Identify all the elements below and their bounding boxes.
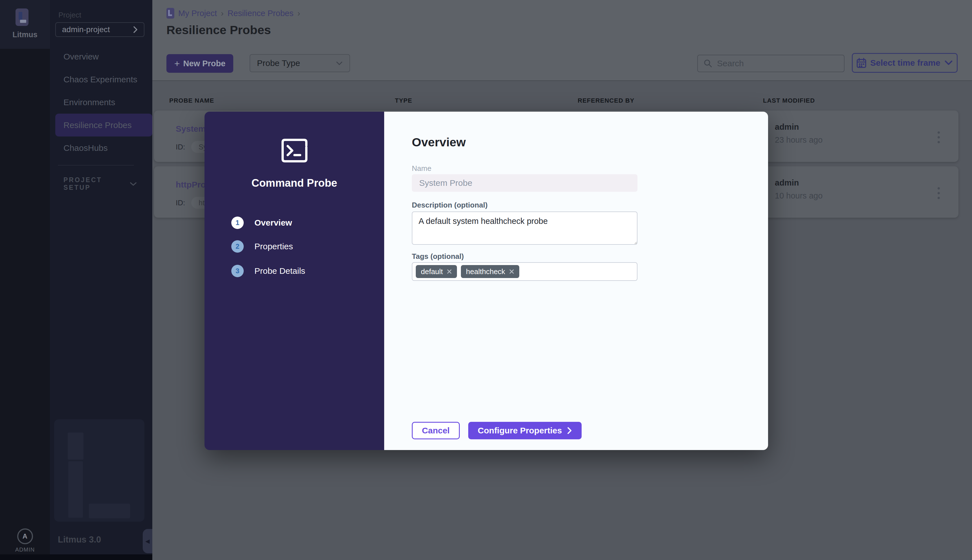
- sidebar-item-chaoshubs[interactable]: ChaosHubs: [50, 137, 152, 159]
- sidebar-item-label: Resilience Probes: [63, 120, 132, 130]
- row-menu-button[interactable]: [932, 127, 945, 147]
- sidebar-item-environments[interactable]: Environments: [50, 91, 152, 113]
- description-textarea[interactable]: A default system healthcheck probe: [412, 212, 637, 245]
- breadcrumb: My Project › Resilience Probes ›: [167, 8, 300, 18]
- column-type: TYPE: [395, 97, 412, 104]
- placeholder-block: [68, 433, 83, 460]
- sidebar-item-label: Environments: [63, 98, 115, 107]
- sidebar-item-label: ChaosHubs: [63, 143, 108, 153]
- wizard-step-properties[interactable]: 2 Properties: [231, 240, 293, 253]
- project-selector[interactable]: admin-project: [55, 22, 144, 37]
- collapse-sidebar-button[interactable]: ◀: [143, 529, 152, 553]
- sidebar: Project admin-project Overview Chaos Exp…: [50, 0, 152, 560]
- wizard-step-overview[interactable]: 1 Overview: [231, 217, 292, 229]
- chevron-down-icon: [944, 60, 953, 65]
- description-label: Description (optional): [412, 201, 488, 210]
- tag-chip: healthcheck: [461, 265, 519, 278]
- wizard-side-panel: Command Probe 1 Overview 2 Properties 3 …: [205, 112, 384, 450]
- sidebar-item-label: Chaos Experiments: [63, 75, 137, 84]
- probe-name-input[interactable]: [412, 174, 637, 192]
- time-frame-label: Select time frame: [870, 58, 940, 68]
- tag-label: default: [421, 267, 443, 276]
- probe-name-link[interactable]: System: [176, 124, 206, 134]
- litmus-app: Litmus A ADMIN Project admin-project Ove…: [0, 0, 972, 560]
- probe-type-filter[interactable]: Probe Type: [250, 54, 350, 72]
- tag-chip: default: [416, 265, 457, 278]
- sidebar-item-label: Overview: [63, 52, 99, 62]
- step-label: Overview: [254, 218, 292, 228]
- project-setup-toggle[interactable]: PROJECT SETUP: [63, 176, 137, 192]
- terminal-icon: [280, 138, 308, 163]
- search-input[interactable]: [717, 58, 838, 68]
- chevron-separator-icon: ›: [297, 9, 300, 18]
- new-probe-button[interactable]: + New Probe: [167, 54, 233, 73]
- project-name: admin-project: [62, 25, 110, 34]
- project-setup-label: PROJECT SETUP: [63, 176, 130, 192]
- sidebar-nav: Overview Chaos Experiments Environments …: [50, 45, 152, 159]
- wizard-footer: Cancel Configure Properties: [412, 422, 582, 439]
- modified-ago: 10 hours ago: [775, 191, 822, 200]
- plus-icon: +: [174, 58, 180, 69]
- new-probe-label: New Probe: [183, 59, 225, 68]
- tags-input[interactable]: default healthcheck: [412, 262, 637, 281]
- sidebar-divider: [58, 165, 134, 165]
- modified-by: admin: [775, 178, 799, 188]
- id-label: ID:: [176, 143, 185, 152]
- litmus-breadcrumb-icon: [167, 8, 174, 18]
- placeholder-block: [89, 503, 130, 518]
- modified-by: admin: [775, 122, 799, 132]
- sidebar-bottom-strip: [0, 554, 152, 560]
- chevron-right-icon: [567, 427, 572, 435]
- id-label: ID:: [176, 198, 185, 207]
- breadcrumb-resilience-probes[interactable]: Resilience Probes: [228, 9, 293, 18]
- cancel-button[interactable]: Cancel: [412, 422, 460, 439]
- wizard-step-probe-details[interactable]: 3 Probe Details: [231, 265, 305, 277]
- remove-tag-icon[interactable]: [447, 269, 452, 274]
- chevron-right-icon: [133, 26, 138, 33]
- sidebar-item-chaos-experiments[interactable]: Chaos Experiments: [50, 68, 152, 91]
- logo-block: Litmus: [0, 0, 50, 49]
- name-label: Name: [412, 164, 431, 173]
- avatar-label: ADMIN: [0, 547, 50, 553]
- placeholder-block: [68, 461, 83, 518]
- configure-properties-label: Configure Properties: [478, 426, 562, 435]
- user-menu[interactable]: A ADMIN: [0, 528, 50, 553]
- sidebar-item-resilience-probes[interactable]: Resilience Probes: [55, 113, 152, 137]
- probe-wizard-modal: Command Probe 1 Overview 2 Properties 3 …: [205, 112, 768, 450]
- tag-label: healthcheck: [466, 267, 505, 276]
- chevron-separator-icon: ›: [221, 9, 224, 18]
- page-title: Resilience Probes: [167, 23, 271, 37]
- row-menu-button[interactable]: [932, 183, 945, 203]
- probe-name-link[interactable]: httpPro: [176, 180, 206, 190]
- step-number: 2: [231, 240, 244, 253]
- calendar-icon: [857, 58, 866, 68]
- step-label: Probe Details: [254, 266, 305, 276]
- step-number: 1: [231, 217, 244, 229]
- column-last-modified: LAST MODIFIED: [763, 97, 815, 104]
- wizard-content-panel: Overview Name Description (optional) A d…: [384, 112, 768, 450]
- sidebar-placeholder-card: [54, 419, 144, 522]
- probe-type-label: Probe Type: [257, 58, 300, 68]
- column-referenced-by: REFERENCED BY: [578, 97, 634, 104]
- search-box: [697, 55, 845, 72]
- column-probe-name: PROBE NAME: [169, 97, 214, 104]
- select-time-frame-button[interactable]: Select time frame: [852, 53, 958, 73]
- search-icon: [704, 59, 712, 68]
- litmus-logo-icon[interactable]: [15, 8, 28, 26]
- breadcrumb-my-project[interactable]: My Project: [178, 9, 217, 18]
- avatar-initial: A: [23, 532, 27, 540]
- avatar[interactable]: A: [17, 528, 33, 544]
- wizard-heading: Overview: [412, 135, 466, 149]
- chevron-down-icon: [130, 182, 137, 186]
- sidebar-item-overview[interactable]: Overview: [50, 45, 152, 68]
- left-rail: Litmus A ADMIN: [0, 0, 50, 560]
- chevron-down-icon: [336, 61, 343, 65]
- modified-ago: 23 hours ago: [775, 135, 822, 145]
- page-header: My Project › Resilience Probes › Resilie…: [152, 0, 972, 81]
- step-number: 3: [231, 265, 244, 277]
- probe-type-title: Command Probe: [205, 177, 384, 189]
- configure-properties-button[interactable]: Configure Properties: [468, 422, 582, 439]
- logo-text: Litmus: [0, 30, 50, 39]
- step-label: Properties: [254, 242, 293, 251]
- remove-tag-icon[interactable]: [509, 269, 514, 274]
